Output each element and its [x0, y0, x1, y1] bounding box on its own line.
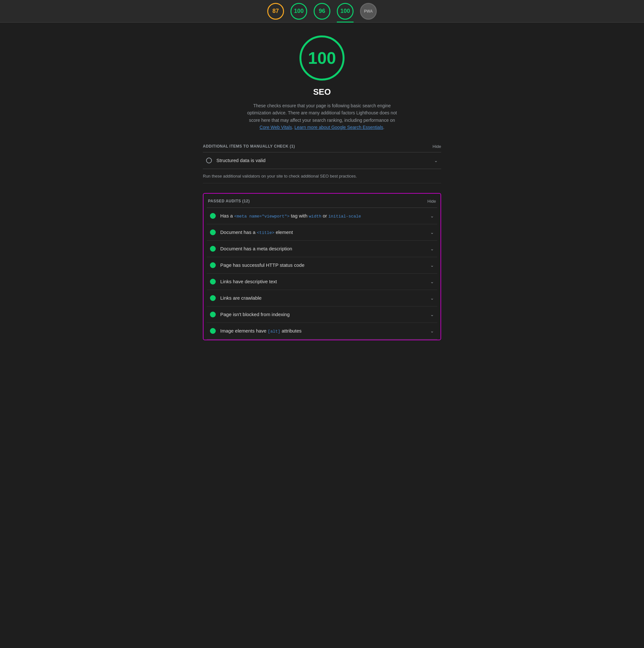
manual-audit-icon [206, 158, 212, 163]
best-practices-score-value: 96 [319, 8, 325, 14]
audit-item-links-crawlable[interactable]: Links are crawlable ⌄ [207, 290, 437, 307]
audit-chevron-alt: ⌄ [430, 328, 434, 333]
audit-text-viewport: Has a <meta name="viewport"> tag with wi… [220, 213, 427, 219]
manual-audit-item-structured-data[interactable]: Structured data is valid ⌄ [203, 152, 441, 169]
best-practices-score-badge[interactable]: 96 [314, 3, 330, 20]
manual-note: Run these additional validators on your … [203, 169, 441, 183]
audit-item-http-status[interactable]: Page has successful HTTP status code ⌄ [207, 257, 437, 274]
top-nav-bar: 87 100 96 100 PWA [0, 0, 644, 22]
audit-item-link-text[interactable]: Links have descriptive text ⌄ [207, 274, 437, 290]
pwa-score-value: PWA [364, 9, 372, 13]
audit-text-title: Document has a <title> element [220, 229, 427, 235]
audit-item-meta-description[interactable]: Document has a meta description ⌄ [207, 241, 437, 257]
manual-section-header: ADDITIONAL ITEMS TO MANUALLY CHECK (1) H… [203, 144, 441, 152]
passed-section-header: PASSED AUDITS (12) Hide [207, 199, 437, 208]
hero-title: SEO [313, 87, 331, 97]
audit-chevron-title: ⌄ [430, 230, 434, 235]
audit-text-meta-desc: Document has a meta description [220, 246, 427, 251]
performance-score-value: 87 [273, 8, 279, 14]
passed-audit-icon-not-blocked [210, 312, 216, 317]
audit-text-crawlable: Links are crawlable [220, 295, 427, 301]
passed-hide-button[interactable]: Hide [427, 199, 436, 204]
seo-score-value: 100 [340, 8, 350, 14]
main-content: 100 SEO These checks ensure that your pa… [196, 22, 448, 353]
search-essentials-link[interactable]: Learn more about Google Search Essential… [295, 125, 384, 130]
code-title-tag: <title> [257, 230, 274, 235]
passed-audit-icon-title [210, 229, 216, 235]
score-circle-large: 100 [299, 36, 345, 80]
audit-text-link-text: Links have descriptive text [220, 279, 427, 284]
passed-audit-icon-meta-desc [210, 246, 216, 252]
code-meta-viewport: <meta name="viewport"> [234, 214, 289, 219]
performance-score-badge[interactable]: 87 [267, 3, 284, 20]
audit-item-not-blocked[interactable]: Page isn't blocked from indexing ⌄ [207, 307, 437, 323]
audit-chevron-viewport: ⌄ [430, 213, 434, 218]
passed-audit-icon-http [210, 262, 216, 268]
code-initial-scale: initial-scale [329, 214, 361, 219]
manual-audit-list: Structured data is valid ⌄ [203, 152, 441, 169]
hero-score-number: 100 [308, 48, 336, 68]
code-alt: [alt] [268, 329, 281, 334]
passed-section-title: PASSED AUDITS (12) [208, 199, 250, 203]
audit-item-title[interactable]: Document has a <title> element ⌄ [207, 224, 437, 241]
pwa-score-badge[interactable]: PWA [360, 3, 377, 20]
score-hero: 100 SEO These checks ensure that your pa… [203, 36, 441, 131]
audit-chevron-meta-desc: ⌄ [430, 246, 434, 251]
seo-score-badge[interactable]: 100 [337, 3, 354, 20]
passed-audit-icon-alt [210, 328, 216, 334]
core-web-vitals-link[interactable]: Core Web Vitals [259, 125, 292, 130]
code-width: width [309, 214, 321, 219]
manual-section-title: ADDITIONAL ITEMS TO MANUALLY CHECK (1) [203, 144, 295, 149]
audit-text-alt: Image elements have [alt] attributes [220, 328, 427, 334]
manual-hide-button[interactable]: Hide [432, 144, 441, 149]
audit-text-http: Page has successful HTTP status code [220, 262, 427, 268]
passed-audit-list: Has a <meta name="viewport"> tag with wi… [207, 208, 437, 340]
accessibility-score-badge[interactable]: 100 [290, 3, 307, 20]
manual-audit-text: Structured data is valid [216, 158, 431, 163]
accessibility-score-value: 100 [294, 8, 304, 14]
passed-audit-icon-viewport [210, 213, 216, 219]
audit-item-viewport[interactable]: Has a <meta name="viewport"> tag with wi… [207, 208, 437, 224]
audit-chevron-not-blocked: ⌄ [430, 312, 434, 317]
manual-audit-chevron: ⌄ [434, 158, 438, 163]
passed-audit-icon-crawlable [210, 295, 216, 301]
passed-audit-icon-link-text [210, 279, 216, 284]
audit-chevron-http: ⌄ [430, 263, 434, 268]
hero-description-text: These checks ensure that your page is fo… [247, 103, 397, 123]
passed-audits-box: PASSED AUDITS (12) Hide Has a <meta name… [203, 193, 441, 340]
audit-text-not-blocked: Page isn't blocked from indexing [220, 312, 427, 317]
audit-item-alt-attributes[interactable]: Image elements have [alt] attributes ⌄ [207, 323, 437, 339]
audit-chevron-crawlable: ⌄ [430, 295, 434, 301]
hero-description: These checks ensure that your page is fo… [241, 102, 403, 131]
audit-chevron-link-text: ⌄ [430, 279, 434, 284]
